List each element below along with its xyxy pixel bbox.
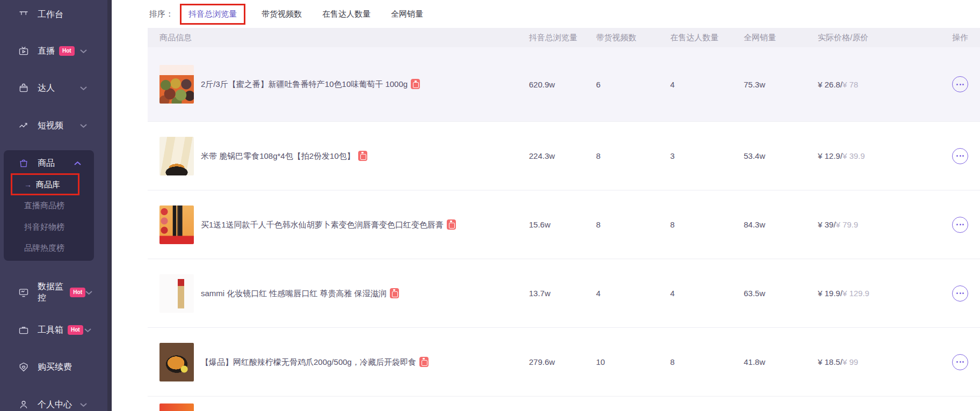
sidebar-item-label: 直播 bbox=[38, 46, 55, 57]
video-count-value: 8 bbox=[596, 151, 670, 160]
video-count-value: 4 bbox=[596, 289, 670, 298]
original-price-value: ¥ 39.9 bbox=[843, 151, 865, 160]
product-thumbnail[interactable] bbox=[159, 274, 194, 313]
sidebar-item-label: 达人 bbox=[38, 83, 55, 94]
membership-badge-icon bbox=[18, 361, 30, 373]
col-header-price: 实际价格/原价 bbox=[818, 33, 952, 43]
more-actions-button[interactable] bbox=[952, 76, 968, 92]
product-table: 商品信息 抖音总浏览量 带货视频数 在售达人数量 全网销量 实际价格/原价 操作… bbox=[148, 28, 980, 411]
seller-count-value: 8 bbox=[670, 357, 744, 366]
more-actions-button[interactable] bbox=[952, 354, 968, 370]
col-header-actions: 操作 bbox=[952, 33, 980, 43]
sidebar-subitem-label: 商品库 bbox=[36, 180, 60, 190]
sort-bar: 排序： 抖音总浏览量 带货视频数 在售达人数量 全网销量 bbox=[112, 0, 980, 28]
more-actions-button[interactable] bbox=[952, 217, 968, 233]
sidebar-item-data-monitor[interactable]: 数据监控 Hot bbox=[0, 282, 107, 303]
total-sales-value: 41.8w bbox=[744, 357, 818, 366]
table-row[interactable]: 米带 脆锅巴零食108g*4包【拍2份发10包】 224.3w 8 3 53.4… bbox=[148, 121, 980, 190]
sidebar-item-short-video[interactable]: 短视频 bbox=[0, 115, 107, 136]
price-value: ¥ 12.9/¥ 39.9 bbox=[818, 151, 952, 160]
total-sales-value: 63.5w bbox=[744, 289, 818, 298]
original-price-value: ¥ 99 bbox=[843, 357, 858, 366]
more-actions-button[interactable] bbox=[952, 285, 968, 302]
chevron-down-icon bbox=[84, 325, 91, 335]
shopping-bag-icon bbox=[18, 157, 30, 169]
sidebar-subitem-product-library[interactable]: → 商品库 bbox=[4, 174, 94, 195]
col-header-total-sales: 全网销量 bbox=[744, 33, 818, 43]
user-icon bbox=[18, 399, 30, 410]
sort-tab-douyin-views[interactable]: 抖音总浏览量 bbox=[180, 4, 245, 25]
product-title[interactable]: 【爆品】网红酸辣柠檬无骨鸡爪200g/500g，冷藏后开袋即食 bbox=[201, 357, 429, 368]
table-row[interactable]: sammi 化妆镜口红 性感嘴唇口红 尊贵高雅 保湿滋润 13.7w 4 4 6… bbox=[148, 259, 980, 327]
workbench-icon bbox=[18, 9, 30, 20]
sort-tab-total-sales[interactable]: 全网销量 bbox=[391, 9, 423, 19]
douyin-views-value: 15.6w bbox=[529, 220, 596, 229]
douyin-views-value: 224.3w bbox=[529, 151, 596, 160]
sidebar: 工作台 直播 Hot 达人 短视频 bbox=[0, 0, 107, 411]
chevron-down-icon bbox=[80, 83, 87, 93]
sidebar-item-live[interactable]: 直播 Hot bbox=[0, 40, 107, 62]
product-thumbnail[interactable] bbox=[159, 137, 194, 175]
taobao-icon bbox=[411, 79, 420, 89]
more-actions-button[interactable] bbox=[952, 148, 968, 164]
taobao-icon bbox=[390, 288, 399, 298]
hot-badge: Hot bbox=[70, 288, 85, 297]
product-title[interactable]: 买1送1送同款千人千色韩水仙胡萝卜素变色润唇膏变色口红变色唇膏 bbox=[201, 219, 456, 230]
sidebar-item-product[interactable]: 商品 bbox=[4, 152, 94, 174]
video-count-value: 6 bbox=[596, 80, 670, 89]
sidebar-item-label: 商品 bbox=[38, 158, 55, 169]
live-tv-icon bbox=[18, 45, 30, 57]
douyin-views-value: 620.9w bbox=[529, 80, 596, 89]
chevron-down-icon bbox=[80, 400, 87, 409]
video-count-value: 8 bbox=[596, 220, 670, 229]
product-thumbnail[interactable] bbox=[159, 205, 194, 244]
product-thumbnail[interactable] bbox=[159, 403, 194, 411]
price-value: ¥ 26.8/¥ 78 bbox=[818, 80, 952, 89]
col-header-seller-count: 在售达人数量 bbox=[670, 33, 744, 43]
sidebar-item-influencer[interactable]: 达人 bbox=[0, 77, 107, 99]
product-menu-group: 商品 → 商品库 直播商品榜 抖音好物榜 品牌热度榜 bbox=[4, 150, 94, 261]
seller-count-value: 4 bbox=[670, 80, 744, 89]
table-row-partial[interactable] bbox=[148, 396, 980, 411]
sidebar-subitem-live-product-rank[interactable]: 直播商品榜 bbox=[4, 195, 94, 216]
table-row[interactable]: 2斤/3斤【蜜之番】新疆吐鲁番特产10色10味葡萄干 1000g 620.9w … bbox=[148, 47, 980, 121]
sort-tab-video-count[interactable]: 带货视频数 bbox=[262, 9, 302, 19]
taobao-icon bbox=[419, 357, 429, 367]
taobao-icon bbox=[358, 151, 367, 161]
product-title[interactable]: 2斤/3斤【蜜之番】新疆吐鲁番特产10色10味葡萄干 1000g bbox=[201, 79, 420, 90]
table-row[interactable]: 【爆品】网红酸辣柠檬无骨鸡爪200g/500g，冷藏后开袋即食 279.6w 1… bbox=[148, 327, 980, 396]
sidebar-scrollbar[interactable] bbox=[107, 0, 112, 411]
taobao-icon bbox=[447, 219, 456, 230]
chevron-down-icon bbox=[80, 46, 87, 56]
arrow-right-icon: → bbox=[24, 180, 32, 189]
sidebar-item-label: 数据监控 bbox=[38, 281, 66, 304]
price-value: ¥ 19.9/¥ 129.9 bbox=[818, 289, 952, 298]
col-header-product-info: 商品信息 bbox=[159, 33, 529, 43]
sidebar-item-purchase-renew[interactable]: 购买续费 bbox=[0, 356, 107, 378]
sidebar-item-toolbox[interactable]: 工具箱 Hot bbox=[0, 319, 107, 341]
sort-tab-seller-count[interactable]: 在售达人数量 bbox=[322, 9, 371, 19]
original-price-value: ¥ 78 bbox=[843, 80, 858, 89]
sidebar-subitem-label: 品牌热度榜 bbox=[24, 243, 64, 253]
sidebar-subitem-brand-heat-rank[interactable]: 品牌热度榜 bbox=[4, 237, 94, 259]
sidebar-item-label: 工具箱 bbox=[38, 325, 63, 336]
table-row[interactable]: 买1送1送同款千人千色韩水仙胡萝卜素变色润唇膏变色口红变色唇膏 15.6w 8 … bbox=[148, 190, 980, 259]
influencer-icon bbox=[18, 82, 30, 94]
sidebar-item-label: 个人中心 bbox=[38, 399, 72, 410]
short-video-trend-icon bbox=[18, 120, 30, 131]
sidebar-item-workbench[interactable]: 工作台 bbox=[0, 4, 107, 25]
total-sales-value: 84.3w bbox=[744, 220, 818, 229]
sidebar-subitem-douyin-goods-rank[interactable]: 抖音好物榜 bbox=[4, 216, 94, 238]
original-price-value: ¥ 79.9 bbox=[836, 220, 858, 229]
sidebar-item-personal-center[interactable]: 个人中心 bbox=[0, 394, 107, 411]
product-thumbnail[interactable] bbox=[159, 343, 194, 381]
price-value: ¥ 18.5/¥ 99 bbox=[818, 357, 952, 366]
sidebar-subitem-label: 直播商品榜 bbox=[24, 201, 64, 211]
chevron-down-icon bbox=[85, 288, 92, 297]
product-title[interactable]: sammi 化妆镜口红 性感嘴唇口红 尊贵高雅 保湿滋润 bbox=[201, 288, 399, 299]
total-sales-value: 75.3w bbox=[744, 80, 818, 89]
product-title[interactable]: 米带 脆锅巴零食108g*4包【拍2份发10包】 bbox=[201, 151, 367, 162]
sort-label: 排序： bbox=[149, 9, 173, 19]
product-thumbnail[interactable] bbox=[159, 65, 194, 104]
douyin-views-value: 13.7w bbox=[529, 289, 596, 298]
